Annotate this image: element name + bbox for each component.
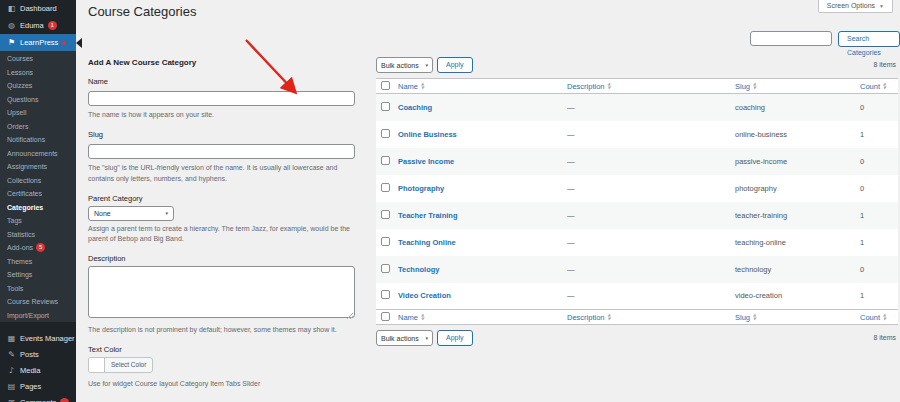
apply-button[interactable]: Apply (437, 330, 473, 346)
bulk-actions-select[interactable]: Bulk actions ▾ (376, 57, 433, 73)
sort-by-name[interactable]: Name▲▼ (398, 82, 424, 91)
select-color-button[interactable]: Select Color (88, 357, 153, 373)
category-name-link[interactable]: Teaching Online (398, 238, 456, 247)
sort-icon: ▲▼ (883, 82, 886, 89)
select-color-label: Select Color (105, 358, 152, 372)
description-label: Description (88, 254, 355, 263)
parent-category-select[interactable]: None ▾ (88, 206, 174, 221)
category-name-link[interactable]: Technology (398, 265, 440, 274)
category-name-link[interactable]: Teacher Training (398, 211, 457, 220)
parent-category-group: Parent Category None ▾ Assign a parent t… (88, 194, 355, 246)
submenu-item-collections[interactable]: Collections (0, 174, 76, 188)
sidebar-item-comments[interactable]: ✉ Comments (0, 394, 76, 402)
bulk-actions-select[interactable]: Bulk actions ▾ (376, 330, 433, 346)
submenu-item-announcements[interactable]: Announcements (0, 147, 76, 161)
table-header-row: Name▲▼ Description▲▼ Slug▲▼ Count▲▼ (376, 79, 898, 94)
apply-button[interactable]: Apply (437, 57, 473, 73)
sidebar-item-pages[interactable]: ▤ Pages (0, 378, 76, 394)
category-count: 0 (856, 256, 898, 283)
category-count: 0 (856, 148, 898, 175)
description-textarea[interactable] (88, 266, 355, 318)
submenu-item-notifications[interactable]: Notifications (0, 133, 76, 147)
submenu-item-orders[interactable]: Orders (0, 120, 76, 134)
sidebar-item-events-manager[interactable]: ▦ Events Manager (0, 330, 76, 346)
category-name-link[interactable]: Video Creation (398, 291, 451, 300)
sidebar-item-media[interactable]: ♪ Media (0, 362, 76, 378)
submenu-item-quizzes[interactable]: Quizzes (0, 79, 76, 93)
submenu-item-assignments[interactable]: Assignments (0, 160, 76, 174)
learnpress-submenu: Courses Lessons Quizzes Questions Upsell… (0, 51, 76, 322)
sort-by-description[interactable]: Description▲▼ (567, 82, 611, 91)
sidebar-item-label: Dashboard (20, 4, 57, 13)
column-label: Description (567, 82, 605, 91)
slug-label: Slug (88, 130, 355, 139)
submenu-item-statistics[interactable]: Statistics (0, 228, 76, 242)
posts-icon: ✎ (7, 350, 16, 359)
category-description: — (563, 256, 731, 283)
tablenav-bottom: Bulk actions ▾ Apply 8 items (376, 330, 898, 348)
parent-category-help-text: Assign a parent term to create a hierarc… (88, 224, 355, 246)
select-all-checkbox[interactable] (381, 81, 390, 90)
tablenav-top: Bulk actions ▾ Apply 8 items (376, 57, 898, 75)
submenu-item-categories[interactable]: Categories (0, 201, 76, 215)
row-checkbox[interactable] (381, 264, 390, 273)
slug-input[interactable] (88, 144, 355, 159)
category-count: 1 (856, 229, 898, 256)
search-categories-button[interactable]: Search Categories (838, 31, 900, 47)
submenu-item-tools[interactable]: Tools (0, 282, 76, 296)
sort-by-description[interactable]: Description▲▼ (567, 313, 611, 322)
submenu-item-addons[interactable]: Add-ons 5 (0, 241, 76, 255)
sort-by-slug[interactable]: Slug▲▼ (735, 82, 756, 91)
eduma-icon: ◍ (7, 21, 16, 30)
sort-icon: ▲▼ (753, 82, 756, 89)
sidebar-item-dashboard[interactable]: ◧ Dashboard (0, 0, 76, 17)
search-categories-input[interactable] (750, 31, 832, 46)
row-checkbox[interactable] (381, 237, 390, 246)
category-name-link[interactable]: Passive Income (398, 157, 454, 166)
slug-help-text: The "slug" is the URL-friendly version o… (88, 163, 355, 185)
name-input[interactable] (88, 91, 355, 106)
sidebar-item-learnpress[interactable]: ⚑ LearnPress (0, 34, 76, 51)
submenu-item-label: Add-ons (7, 241, 33, 255)
submenu-item-tags[interactable]: Tags (0, 214, 76, 228)
media-icon: ♪ (7, 366, 16, 375)
sidebar-item-posts[interactable]: ✎ Posts (0, 346, 76, 362)
row-checkbox[interactable] (381, 183, 390, 192)
category-slug: passive-income (731, 148, 856, 175)
screen-options-button[interactable]: Screen Options ▼ (818, 0, 893, 13)
row-checkbox[interactable] (381, 129, 390, 138)
submenu-item-settings[interactable]: Settings (0, 268, 76, 282)
table-row: Teaching Online — teaching-online 1 (376, 229, 898, 256)
sidebar-item-label: Posts (20, 350, 39, 359)
sort-by-name[interactable]: Name▲▼ (398, 313, 424, 322)
sort-by-slug[interactable]: Slug▲▼ (735, 313, 756, 322)
sidebar-item-eduma[interactable]: ◍ Eduma 1 (0, 17, 76, 34)
form-heading: Add A New Course Category (88, 58, 355, 67)
column-label: Name (398, 82, 418, 91)
sort-icon: ▲▼ (608, 82, 611, 89)
sort-icon: ▲▼ (608, 313, 611, 320)
category-slug: teacher-training (731, 202, 856, 229)
color-swatch (89, 358, 105, 372)
row-checkbox[interactable] (381, 156, 390, 165)
submenu-item-course-reviews[interactable]: Course Reviews (0, 295, 76, 309)
select-all-checkbox[interactable] (381, 312, 390, 321)
category-name-link[interactable]: Coaching (398, 103, 432, 112)
table-row: Teacher Training — teacher-training 1 (376, 202, 898, 229)
category-name-link[interactable]: Photography (398, 184, 444, 193)
submenu-item-questions[interactable]: Questions (0, 93, 76, 107)
sort-by-count[interactable]: Count▲▼ (860, 313, 886, 322)
category-name-link[interactable]: Online Business (398, 130, 457, 139)
submenu-item-courses[interactable]: Courses (0, 52, 76, 66)
resize-grip-icon[interactable] (347, 313, 353, 319)
row-checkbox[interactable] (381, 210, 390, 219)
submenu-item-import-export[interactable]: Import/Export (0, 309, 76, 323)
submenu-item-upsell[interactable]: Upsell (0, 106, 76, 120)
row-checkbox[interactable] (381, 102, 390, 111)
row-checkbox[interactable] (381, 290, 390, 299)
sort-by-count[interactable]: Count▲▼ (860, 82, 886, 91)
submenu-item-themes[interactable]: Themes (0, 255, 76, 269)
submenu-item-lessons[interactable]: Lessons (0, 66, 76, 80)
items-count: 8 items (873, 334, 896, 341)
submenu-item-certificates[interactable]: Certificates (0, 187, 76, 201)
